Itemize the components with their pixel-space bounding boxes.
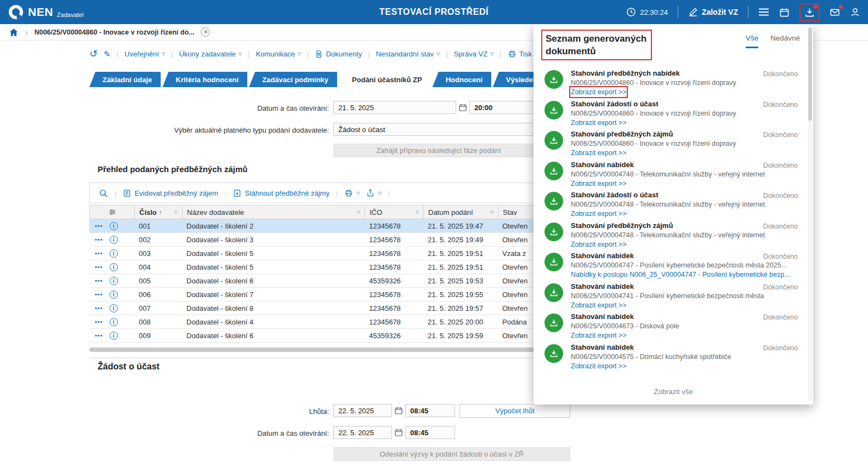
row-menu-icon[interactable]: ••• (95, 333, 103, 339)
opening-time-input[interactable]: 20:00 (469, 101, 543, 114)
opening-date-input[interactable]: 21. 5. 2025 (333, 101, 456, 114)
column-ico[interactable]: IČO ▽ (365, 206, 424, 219)
tab-podani-ucastniku[interactable]: Podání účastníků ZP (339, 72, 431, 87)
row-menu-icon[interactable]: ••• (95, 264, 103, 270)
menu-ukony-zadavatele[interactable]: Úkony zadavatele ▽ (179, 50, 242, 58)
history-icon[interactable]: ↺ (89, 49, 98, 59)
close-tab-icon[interactable]: ✕ (201, 27, 210, 37)
row-info-icon[interactable]: i (110, 318, 118, 326)
cell-cislo: 008 (134, 315, 182, 328)
list-item: Stahování předběžných zájmů N006/25/V000… (544, 127, 798, 158)
column-datum[interactable]: Datum podání ▽ (424, 206, 498, 219)
brand[interactable]: NEN Zadavatel (8, 4, 83, 20)
caret-down-icon: ▽ (239, 52, 242, 56)
row-info-icon[interactable]: i (110, 332, 118, 340)
zobrazit-export-link[interactable]: Zobrazit export >> (571, 209, 626, 218)
printer-icon (508, 50, 517, 58)
deadline-date-input[interactable]: 22. 5. 2025 (333, 404, 392, 417)
next-phase-button[interactable]: Zahájit přípravu následující fáze podání (333, 144, 544, 157)
column-settings-cell[interactable] (90, 206, 135, 219)
row-menu-icon[interactable]: ••• (95, 223, 103, 229)
printer-icon (344, 189, 353, 197)
calendar-picker-icon[interactable] (394, 406, 403, 415)
export-table-button[interactable]: ▽ (366, 189, 381, 197)
edit-icon[interactable]: ✎ (104, 50, 111, 58)
menu-label: Dokumenty (326, 50, 362, 58)
request-opening-date-input[interactable]: 22. 5. 2025 (333, 426, 392, 439)
row-menu-icon[interactable]: ••• (95, 250, 103, 257)
zobrazit-export-link[interactable]: Zobrazit export >> (571, 362, 626, 371)
zobrazit-export-link[interactable]: Zobrazit export >> (571, 88, 626, 96)
caret-down-icon[interactable]: ▽ (416, 210, 419, 215)
column-nazev[interactable]: Název dodavatele ▽ (183, 206, 365, 219)
calendar-picker-icon[interactable] (394, 428, 403, 437)
cell-datum: 21. 5. 2025 19:57 (423, 301, 498, 315)
cell-datum: 21. 5. 2025 19:59 (423, 329, 498, 342)
calendar-picker-icon[interactable] (458, 103, 467, 112)
zobrazit-export-link[interactable]: Zobrazit export >> (571, 179, 626, 188)
zobrazit-export-link[interactable]: Zobrazit export >> (571, 331, 626, 340)
menu-icon[interactable] (758, 8, 769, 16)
stahnout-zajmy-button[interactable]: Stáhnout předběžné zájmy (233, 189, 330, 197)
zobrazit-export-link[interactable]: Zobrazit export >> (571, 118, 626, 127)
menu-uverejneni[interactable]: Uveřejnění ▽ (124, 50, 165, 58)
submission-type-select[interactable]: Žádost o účast ▽ (333, 123, 544, 136)
calendar-icon[interactable] (779, 7, 790, 18)
scrollbar-thumb[interactable] (808, 27, 812, 121)
show-all-link[interactable]: Zobrazit vše (534, 388, 813, 396)
tab-kriteria-hodnoceni[interactable]: Kritéria hodnocení (162, 72, 247, 87)
zobrazit-export-link[interactable]: Zobrazit export >> (571, 149, 626, 157)
popup-tab-vse[interactable]: Vše (746, 34, 758, 48)
export-file-link[interactable]: Nabídky k postupu N006_25_V00004747 - Po… (571, 270, 791, 279)
row-info-icon[interactable]: i (110, 249, 118, 258)
deadline-time-input[interactable]: 08:45 (405, 404, 455, 417)
caret-down-icon[interactable]: ▽ (490, 210, 493, 215)
separator: | (307, 50, 309, 58)
row-menu-icon[interactable]: ••• (95, 305, 103, 311)
row-menu-icon[interactable]: ••• (95, 278, 103, 284)
caret-down-icon[interactable]: ▽ (174, 210, 178, 215)
create-vz-button[interactable]: Založit VZ (688, 7, 738, 17)
caret-down-icon[interactable]: ▽ (357, 210, 360, 215)
menu-label: Uveřejnění (124, 50, 159, 58)
row-info-icon[interactable]: i (110, 291, 118, 299)
row-info-icon[interactable]: i (110, 222, 118, 230)
column-settings-icon[interactable] (108, 208, 117, 216)
breadcrumb-item[interactable]: N006/25/V00004860 - Inovace v rozvoji ří… (35, 29, 195, 36)
menu-sprava-vz[interactable]: Správa VZ ▽ (454, 50, 494, 58)
row-menu-icon[interactable]: ••• (95, 319, 103, 325)
tab-hodnoceni[interactable]: Hodnocení (433, 72, 491, 87)
list-item: Stahování nabídek N006/25/V00004748 - Te… (544, 158, 798, 189)
row-info-icon[interactable]: i (110, 263, 118, 271)
cell-datum: 21. 5. 2025 19:47 (423, 219, 498, 232)
row-menu-icon[interactable]: ••• (95, 237, 103, 243)
generated-documents-icon[interactable] (804, 7, 815, 18)
menu-dokumenty[interactable]: Dokumenty (315, 50, 362, 58)
popup-tab-nedavne[interactable]: Nedávné (770, 34, 800, 48)
tab-zadavaci-podminky[interactable]: Zadávací podmínky (249, 72, 337, 87)
send-vyzva-button[interactable]: Odeslání výzvy k podání žádosti o účast … (333, 447, 570, 461)
cell-datum: 21. 5. 2025 19:49 (423, 233, 498, 246)
zobrazit-export-link[interactable]: Zobrazit export >> (571, 240, 626, 249)
row-info-icon[interactable]: i (110, 236, 118, 244)
home-icon[interactable] (9, 27, 19, 37)
menu-komunikace[interactable]: Komunikace ▽ (256, 50, 301, 58)
vypocet-lhut-button[interactable]: Výpočet lhůt (459, 404, 570, 418)
messages-icon[interactable] (830, 7, 840, 18)
create-vz-label: Založit VZ (702, 8, 738, 16)
row-menu-icon[interactable]: ••• (95, 292, 103, 298)
row-info-icon[interactable]: i (110, 277, 118, 285)
zobrazit-export-link[interactable]: Zobrazit export >> (571, 301, 626, 310)
user-profile-icon[interactable] (850, 7, 860, 18)
search-icon[interactable] (99, 189, 108, 198)
request-opening-time-input[interactable]: 08:45 (405, 426, 455, 439)
row-info-icon[interactable]: i (110, 304, 118, 312)
tab-zakladni-udaje[interactable]: Základní údaje (89, 72, 161, 87)
generated-documents-popup: Seznam generovaných dokumentů Vše Nedávn… (534, 24, 813, 405)
column-cislo[interactable]: Číslo↑ ▽ (135, 206, 183, 219)
print-table-button[interactable]: ▽ (344, 189, 360, 197)
evidovat-zajem-button[interactable]: Evidovat předběžný zájem (123, 189, 218, 197)
menu-nestandardni-stav[interactable]: Nestandardní stav ▽ (376, 50, 440, 58)
popup-scrollbar[interactable] (808, 27, 812, 401)
cell-nazev: Dodavatel - školení 5 (182, 247, 365, 260)
